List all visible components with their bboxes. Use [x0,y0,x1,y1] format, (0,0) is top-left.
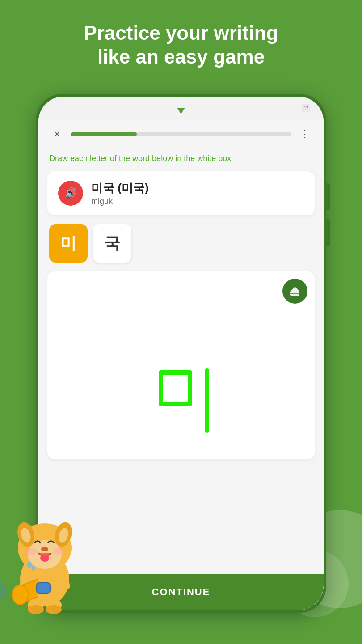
word-card: 🔊 미국 (미국) miguk [47,171,315,215]
phone-side-button-1 [325,183,330,210]
eraser-icon [289,285,301,297]
tile-guk-char: 국 [104,233,120,254]
instruction-label: Draw each letter of the word below in th… [49,154,231,163]
svg-point-23 [28,605,44,614]
phone-side-button-2 [325,219,330,246]
letter-tiles: 미 국 [38,215,324,271]
header-line1: Practice your writing [84,22,278,44]
word-korean: 미국 (미국) [91,180,149,196]
battery-indicator: 17 [302,104,310,112]
instruction-text: Draw each letter of the word below in th… [38,149,324,171]
eraser-button[interactable] [282,279,307,304]
progress-bar [71,132,291,136]
speaker-icon: 🔊 [65,187,77,199]
svg-point-19 [27,562,32,568]
notch-indicator [177,108,185,114]
svg-rect-0 [290,291,299,296]
continue-label: CONTINUE [152,586,210,598]
svg-point-17 [12,585,28,605]
tile-mi[interactable]: 미 [49,224,88,263]
tile-mi-char: 미 [60,233,76,254]
header-line2: like an easy game [97,46,265,68]
close-button[interactable]: × [49,126,65,142]
drawn-mi-svg [136,346,226,444]
svg-point-11 [40,555,49,562]
drawing-area[interactable] [47,271,315,459]
svg-point-13 [53,548,63,555]
svg-point-20 [32,565,35,571]
progress-bar-fill [71,132,137,136]
close-icon: × [55,128,60,140]
svg-rect-18 [37,583,50,593]
svg-point-12 [26,548,37,555]
battery-level: 17 [304,106,308,110]
toolbar: × ⋮ [38,119,324,149]
word-info: 미국 (미국) miguk [91,180,149,206]
status-bar: 17 [38,97,324,119]
header-title: Practice your writing like an easy game [0,0,362,82]
mascot [0,490,94,615]
speaker-button[interactable]: 🔊 [58,181,83,206]
svg-point-10 [41,547,48,551]
more-button[interactable]: ⋮ [297,126,313,142]
word-romanized: miguk [91,197,149,206]
svg-point-24 [46,605,62,614]
svg-marker-1 [290,287,299,291]
drawn-character [136,346,226,446]
more-icon: ⋮ [300,128,310,140]
mascot-svg [0,490,94,615]
tile-guk[interactable]: 국 [93,224,131,263]
